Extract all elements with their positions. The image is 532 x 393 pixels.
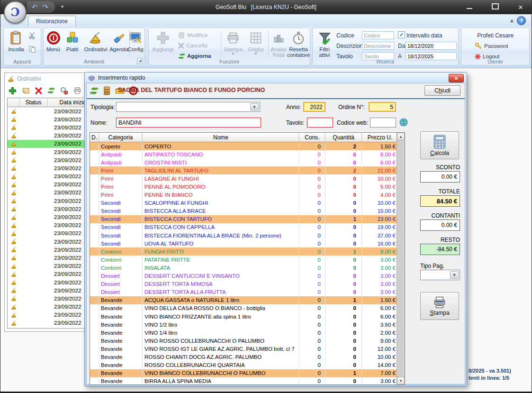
stampa-ribbon-button[interactable]: Stampa ▼	[223, 29, 243, 59]
menu-row[interactable]: SecondiBISTECCA ALLA BRACE0015.00 €	[90, 207, 405, 215]
codice-search-input[interactable]	[362, 31, 394, 39]
refresh-icon[interactable]	[90, 86, 99, 95]
stampa-button[interactable]: Stampa	[420, 292, 459, 320]
redo-icon[interactable]: ↷	[43, 3, 49, 11]
globe-icon[interactable]	[399, 118, 408, 127]
edit-icon[interactable]	[22, 87, 30, 95]
intervallo-data-checkbox[interactable]: ✓	[398, 31, 405, 38]
qat-dropdown-icon[interactable]: ▾	[61, 4, 63, 9]
search-icon[interactable]	[60, 87, 68, 95]
tipologia-combobox[interactable]: ▼	[116, 102, 260, 112]
menu-row[interactable]: BevandeVINO ROSSO IGT LE GIARE AZ.AGRIC.…	[90, 345, 405, 353]
delete-icon[interactable]	[35, 87, 42, 94]
maximize-button[interactable]	[489, 3, 501, 11]
nome-cell: LASAGNE AI FUNGHI	[143, 174, 299, 183]
menu-button[interactable]: Menù	[45, 29, 62, 59]
modifica-button[interactable]: Modifica	[178, 31, 207, 39]
config-button[interactable]: Config	[126, 29, 145, 59]
menu-row[interactable]: ContorniFUNGHI FRITTI018.00 €	[90, 247, 405, 256]
resetta-contatore-button[interactable]: Resetta contatore	[287, 29, 310, 59]
menu-row[interactable]: SecondiBISTECCA CON CAPPELLA0019.00 €	[90, 223, 405, 231]
stack-icon[interactable]	[103, 86, 111, 95]
menu-row[interactable]: BevandeACQUA GASSATA o NATURALE 1 litro0…	[90, 296, 405, 304]
application-orb-button[interactable]: Ɔ	[4, 1, 27, 24]
scroll-up-icon[interactable]: ▲	[397, 133, 405, 140]
scroll-down-icon[interactable]: ▼	[397, 377, 405, 384]
piatti-button[interactable]: Piatti	[63, 29, 81, 59]
nome-field[interactable]	[116, 118, 261, 128]
menu-row[interactable]: CopertoCOPERTO021.50 €	[90, 142, 405, 150]
close-window-button[interactable]: ✕	[514, 4, 527, 11]
menu-row[interactable]: BevandeVINO DELLA CASA ROSSO O BIANCO - …	[90, 304, 405, 312]
codice-web-field[interactable]	[370, 118, 396, 128]
undo-icon[interactable]: ↶	[32, 3, 38, 11]
col-quantita-header[interactable]: Quantità	[325, 133, 362, 142]
menu-row[interactable]: BevandeBIRRA ALLA SPINA MEDIA003.00 €	[90, 377, 405, 384]
contanti-field[interactable]	[420, 219, 460, 231]
menu-row[interactable]: DessertDESSERT TORTA MIMOSA003.00 €	[90, 280, 405, 288]
menu-row[interactable]: PrimiPENNE IN BIANCO004.00 €	[90, 191, 405, 199]
anno-field[interactable]	[303, 102, 325, 112]
tavolo-field[interactable]	[307, 118, 333, 128]
menu-row[interactable]: PrimiPENNE AL POMODORO005.00 €	[90, 183, 405, 191]
filtri-attivi-button[interactable]: Filtri attivi	[315, 29, 334, 59]
add-icon[interactable]	[9, 87, 17, 95]
col-categoria-header[interactable]: Categoria	[99, 133, 143, 142]
nome-cell: BISTECCA ALLA BRACE	[143, 207, 299, 215]
menu-row[interactable]: SecondiSCALOPPINE AI FUNGHI0010.00 €	[90, 199, 405, 207]
menu-row[interactable]: ContorniINSALATA003.00 €	[90, 264, 405, 272]
menu-row[interactable]: BevandeVINO BIANCO FRIZZANTE alla spina …	[90, 312, 405, 320]
sconto-field[interactable]	[420, 171, 460, 183]
date-from-input[interactable]	[406, 42, 457, 50]
menu-row[interactable]: BevandeVINO BIANCO COLLEBRUNACCHI O PALU…	[90, 369, 405, 377]
menu-row[interactable]: PrimiLASAGNE AI FUNGHI0010.00 €	[90, 174, 405, 183]
help-button[interactable]: ?	[517, 16, 526, 25]
tab-ristorazione[interactable]: Ristorazione	[28, 16, 76, 27]
menu-row[interactable]: BevandeVINO 1/4 litro002.00 €	[90, 329, 405, 337]
menu-row[interactable]: BevandeROSSO CHIANTI DOCG AZ.AGRIC. PALU…	[90, 353, 405, 361]
analisi-totali-button[interactable]: Analisi Totali	[269, 29, 288, 59]
calcola-button[interactable]: Calcola	[420, 131, 459, 159]
col-nome-header[interactable]: Nome	[143, 133, 299, 142]
minimize-button[interactable]	[463, 4, 476, 11]
copy-button[interactable]	[28, 45, 36, 54]
dialog-close-button[interactable]: ✕	[449, 74, 464, 82]
password-button[interactable]: Password	[475, 42, 508, 50]
chiudi-button[interactable]: Chiudi	[424, 85, 460, 96]
col-cons-header[interactable]: Cons.	[299, 133, 325, 142]
refresh-icon[interactable]	[47, 87, 55, 94]
griglia-button[interactable]: Griglia ▼	[245, 29, 266, 59]
aggiungi-button[interactable]: Aggiungi	[152, 29, 174, 59]
menu-row[interactable]: SecondiBISTECCA FIORENTINA ALLA BRACE (M…	[90, 231, 405, 239]
chevron-down-icon[interactable]: ▼	[250, 103, 259, 110]
col-prezzo-header[interactable]: Prezzo U.	[362, 133, 398, 142]
menu-row[interactable]: BevandeVINO 1/2 litro003.50 €	[90, 320, 405, 329]
cut-button[interactable]	[28, 31, 36, 39]
menu-row[interactable]: DessertDESSERT CANTUCCINI E VINSANTO003.…	[90, 272, 405, 280]
menu-row[interactable]: SecondiBISTECCA CON TARTUFO0123.00 €	[90, 215, 405, 223]
dialog-titlebar[interactable]: Inserimento rapido	[85, 73, 467, 83]
ordine-numero-field[interactable]	[369, 102, 396, 112]
agenda-button[interactable]: Agenda	[110, 29, 128, 59]
chevron-down-icon[interactable]: ▼	[450, 271, 459, 279]
icon-column-header[interactable]	[8, 98, 20, 107]
paste-button[interactable]: Incolla	[6, 29, 27, 59]
cancella-button[interactable]: Cancella	[178, 41, 207, 50]
collapse-ribbon-icon[interactable]: ▲	[509, 18, 514, 23]
cons-cell: 0	[299, 329, 325, 337]
menu-row[interactable]: DessertDESSERT TORTA ALLA FRUTTA003.00 €	[90, 288, 405, 296]
menu-row[interactable]: AntipastiANTIPASTO TOSCANO008.00 €	[90, 150, 405, 158]
menu-row[interactable]: ContorniPATATINE FRITTE003.00 €	[90, 256, 405, 264]
menu-row[interactable]: PrimiTAGLIOLINI AL TARTUFO0221.00 €	[90, 166, 405, 174]
menu-row[interactable]: SecondiUOVA AL TARTUFO0016.00 €	[90, 239, 405, 247]
table-scrollbar[interactable]: ▲ ▼	[397, 133, 405, 384]
tipo-pag-combobox[interactable]: ▼	[420, 270, 460, 280]
print-icon[interactable]	[73, 87, 81, 94]
menu-row[interactable]: BevandeROSSO COLLEBRUNACCHI QUARTAIA0014…	[90, 361, 405, 369]
ordinativi-button[interactable]: Ordinativi	[82, 29, 109, 59]
menu-row[interactable]: BevandeVINO ROSSO COLLEBRUNACCHI O PALUM…	[90, 337, 405, 345]
col-d-header[interactable]: D.	[90, 133, 99, 142]
status-column-header[interactable]: Status	[20, 98, 47, 107]
descrizione-search-input[interactable]	[362, 42, 394, 50]
menu-row[interactable]: AntipastiCROSTINI MISTI006.00 €	[90, 158, 405, 166]
